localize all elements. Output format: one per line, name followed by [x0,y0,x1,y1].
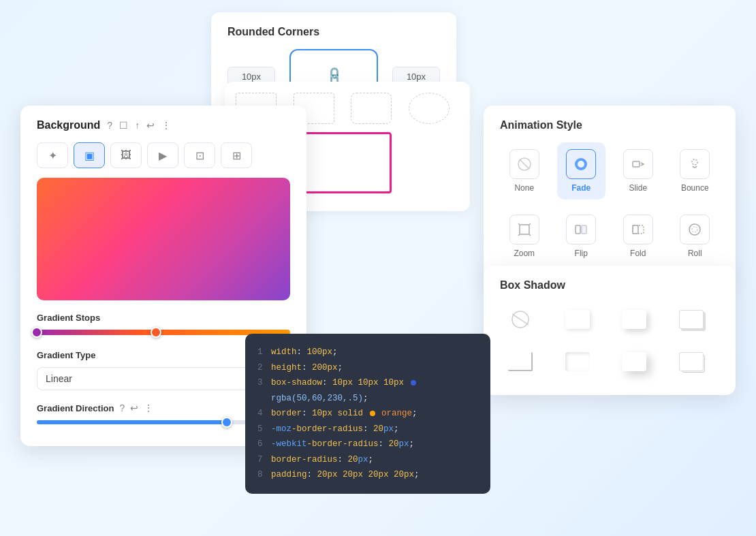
shadow-outline-item[interactable] [671,345,712,379]
shadow-grid [500,302,719,379]
shadow-flat-preview [679,310,704,329]
shadow-sm-item[interactable] [557,302,598,336]
shadow-corner-preview [508,352,533,371]
device-icon[interactable]: ☐ [119,120,128,131]
svg-line-1 [520,159,529,169]
code-line-2: 2 height: 200px; [257,360,478,376]
code-line-4: 4 border: 10px solid orange; [257,406,478,422]
anim-slide-icon [623,149,653,179]
anim-none[interactable]: None [500,142,549,200]
undo-icon[interactable]: ↩ [146,120,155,131]
gradient-stops-label: Gradient Stops [37,313,290,323]
anim-fold-icon [623,215,653,245]
shape-rounded-md[interactable] [351,93,392,124]
background-title: Background [37,119,100,131]
anim-bounce-label: Bounce [681,183,709,193]
anim-flip-label: Flip [575,249,588,258]
anim-fold-label: Fold [630,249,646,258]
shadow-none-item[interactable] [500,302,541,336]
anim-flip-icon [566,215,596,245]
anim-roll[interactable]: Roll [671,208,720,265]
anim-fade[interactable]: Fade [557,142,606,200]
tab-more[interactable]: ⊞ [221,142,252,168]
tab-solid[interactable]: ✦ [37,142,68,168]
anim-roll-label: Roll [688,249,702,258]
svg-rect-7 [576,225,580,234]
more-icon[interactable]: ⋮ [161,120,171,131]
direction-undo-icon[interactable]: ↩ [130,403,138,413]
anim-none-label: None [514,183,534,193]
svg-rect-4 [633,161,640,167]
code-tooltip: 1 width: 100px; 2 height: 200px; 3 box-s… [245,334,490,494]
rounded-corners-title: Rounded Corners [227,26,440,38]
anim-fade-label: Fade [571,183,590,193]
svg-rect-6 [520,225,529,234]
help-icon[interactable]: ? [107,120,112,131]
shadow-inset-item[interactable] [557,345,598,379]
anim-fade-icon [566,149,596,179]
box-shadow-panel: Box Shadow [484,266,736,395]
svg-point-11 [689,224,700,235]
tab-image[interactable]: 🖼 [110,142,142,168]
anim-fold[interactable]: Fold [614,208,663,265]
animation-panel: Animation Style None Fade Slide Bounce [484,106,736,281]
anim-none-icon [509,149,539,179]
tab-pattern[interactable]: ⊡ [184,142,215,168]
background-panel-header: Background ? ☐ ↑ ↩ ⋮ [37,119,290,131]
svg-rect-10 [633,225,638,234]
animation-title: Animation Style [500,119,719,131]
code-line-6: 6 -webkit-border-radius: 20px; [257,437,478,452]
svg-line-14 [512,314,529,325]
gradient-stop-purple[interactable] [31,327,42,338]
shadow-sm-preview [565,310,590,329]
gradient-preview [37,178,290,300]
shadow-corner-item[interactable] [500,345,541,379]
shadow-inset-preview [565,352,590,371]
shadow-lg-item[interactable] [614,345,655,379]
shape-circle[interactable] [409,93,450,124]
anim-zoom[interactable]: Zoom [500,208,549,265]
background-type-tabs: ✦ ▣ 🖼 ▶ ⊡ ⊞ [37,142,290,168]
svg-rect-8 [582,225,586,234]
anim-zoom-icon [509,215,539,245]
shadow-outline-preview [679,352,704,371]
code-line-5: 5 -moz-border-radius: 20px; [257,422,478,437]
gradient-direction-label: Gradient Direction [37,403,114,413]
anim-roll-icon [680,215,710,245]
gradient-stop-orange[interactable] [151,327,161,338]
box-shadow-title: Box Shadow [500,279,719,291]
pointer-icon[interactable]: ↑ [135,120,140,131]
shadow-md-preview [622,310,646,329]
shadow-flat-item[interactable] [671,302,712,336]
anim-flip[interactable]: Flip [557,208,606,265]
direction-help-icon[interactable]: ? [119,403,125,413]
anim-bounce-icon [680,149,710,179]
pink-rect-preview [303,132,392,193]
code-line-8: 8 padding: 20px 20px 20px 20px; [257,467,478,483]
shadow-lg-preview [622,352,646,371]
code-line-1: 1 width: 100px; [257,345,478,360]
direction-more-icon[interactable]: ⋮ [144,403,153,413]
shadow-md-item[interactable] [614,302,655,336]
anim-slide[interactable]: Slide [614,142,663,200]
anim-bounce[interactable]: Bounce [671,142,720,200]
tab-video[interactable]: ▶ [147,142,178,168]
svg-point-12 [692,227,697,232]
animation-grid: None Fade Slide Bounce Zoom [500,142,719,265]
svg-point-3 [578,161,584,168]
anim-zoom-label: Zoom [514,249,535,258]
code-line-7: 7 border-radius: 20px; [257,452,478,468]
gradient-direction-fill [37,420,227,424]
svg-point-5 [692,159,697,165]
code-line-3: 3 box-shadow: 10px 10px 10px rgba(50,60,… [257,375,478,406]
tab-gradient[interactable]: ▣ [74,142,105,168]
anim-slide-label: Slide [629,183,647,193]
gradient-direction-handle[interactable] [221,417,232,428]
